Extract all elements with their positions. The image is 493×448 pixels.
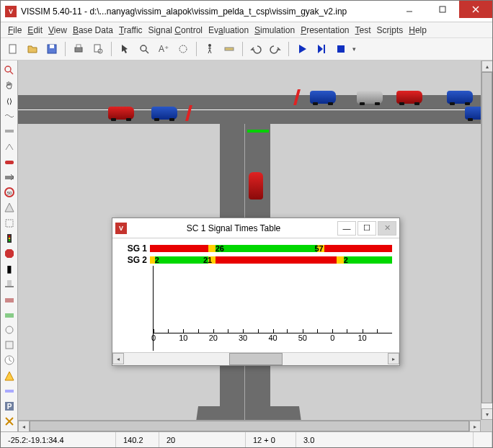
save-file-icon[interactable]	[44, 41, 60, 57]
tool-parking-icon[interactable]: P	[2, 399, 17, 413]
status-bar: -25.2:-19.1:34.4 140.2 20 12 + 0 3.0	[1, 431, 492, 447]
menu-edit[interactable]: Edit	[27, 25, 43, 35]
svg-rect-9	[94, 45, 100, 52]
tool-desired-speed-icon[interactable]	[2, 170, 17, 184]
toolbar-area: A⁺ ▾	[1, 38, 492, 61]
menu-simulation[interactable]: Simulation	[254, 25, 295, 35]
svg-marker-30	[5, 249, 14, 258]
sg1-mark-a: 26	[216, 244, 224, 253]
sg2-mark-b: 21	[203, 256, 212, 264]
svg-rect-15	[225, 48, 234, 50]
step-icon[interactable]	[314, 41, 329, 57]
tool-travel-time-icon[interactable]	[2, 369, 17, 382]
vehicle-red	[396, 91, 422, 104]
tool-link-icon[interactable]	[2, 109, 17, 123]
dialog-maximize-button[interactable]: ☐	[357, 221, 376, 236]
svg-text:P: P	[6, 403, 12, 411]
svg-rect-16	[324, 45, 325, 53]
undo-icon[interactable]	[248, 41, 264, 57]
svg-rect-8	[76, 45, 81, 48]
workspace: ⟨⟩ 50 ▮ P	[1, 61, 492, 431]
tool-pt-line-icon[interactable]	[2, 308, 17, 321]
close-button[interactable]	[459, 1, 492, 18]
zoom-fit-icon[interactable]	[175, 41, 191, 57]
main-window: V VISSIM 5.40-11 - d:\...nanyag\vissim_a…	[0, 0, 493, 448]
signal-times-dialog: V SC 1 Signal Times Table — ☐ ✕ SG 1	[112, 218, 400, 366]
tool-magnify-icon[interactable]	[2, 63, 17, 77]
ruler-icon[interactable]	[221, 41, 237, 57]
menu-evaluation[interactable]: Evaluation	[208, 25, 249, 35]
svg-line-12	[146, 50, 148, 53]
tool-pavement-icon[interactable]	[2, 384, 17, 398]
tool-stop-sign-icon[interactable]	[2, 246, 17, 260]
window-title: VISSIM 5.40-11 - d:\...nanyag\vissim_ala…	[21, 6, 393, 17]
tool-section-icon[interactable]: ⟨⟩	[2, 94, 17, 107]
signal-head-green	[247, 130, 269, 133]
tool-data-collect-icon[interactable]	[2, 339, 17, 352]
network-view[interactable]: ▴ ▾ ◂ ▸ V SC 1 Signal Times Table — ☐ ✕	[18, 61, 492, 431]
menu-scripts[interactable]: Scripts	[377, 25, 404, 35]
menu-help[interactable]: Help	[409, 25, 427, 35]
svg-rect-34	[5, 313, 14, 318]
tool-queue-icon[interactable]	[2, 354, 17, 367]
dialog-horizontal-scrollbar[interactable]: ◂ ▸	[112, 352, 399, 365]
tool-signal-head-icon[interactable]	[2, 231, 17, 245]
menu-base-data[interactable]: Base Data	[73, 25, 113, 35]
svg-rect-32	[7, 280, 12, 286]
print-preview-icon[interactable]	[90, 41, 106, 57]
pedestrian-icon[interactable]	[202, 41, 218, 57]
dialog-title-bar[interactable]: V SC 1 Signal Times Table — ☐ ✕	[112, 218, 399, 238]
tool-reduced-speed-icon[interactable]: 50	[2, 186, 17, 200]
tool-connector-icon[interactable]	[2, 125, 17, 138]
sg-bar-1: 26 57	[150, 245, 392, 252]
svg-rect-33	[5, 298, 14, 303]
new-file-icon[interactable]	[5, 41, 21, 57]
vertical-scrollbar[interactable]: ▴ ▾	[481, 61, 492, 420]
sg-label: SG 2	[120, 255, 150, 265]
svg-rect-1	[440, 6, 445, 12]
dialog-minimize-button[interactable]: —	[337, 221, 356, 236]
menu-file[interactable]: File	[8, 25, 22, 35]
dialog-body: SG 1 26 57 SG 2	[112, 238, 399, 352]
svg-rect-17	[337, 45, 345, 53]
dialog-title: SC 1 Signal Times Table	[131, 223, 336, 233]
vehicle-red	[108, 107, 134, 120]
menu-traffic[interactable]: Traffic	[119, 25, 143, 35]
zoom-icon[interactable]	[136, 41, 152, 57]
svg-point-35	[6, 326, 13, 333]
menu-signal-control[interactable]: Signal Control	[148, 25, 203, 35]
svg-rect-20	[5, 130, 14, 133]
minimize-button[interactable]	[393, 1, 426, 18]
redo-icon[interactable]	[267, 41, 283, 57]
open-file-icon[interactable]	[25, 41, 40, 57]
tool-route-icon[interactable]	[2, 140, 17, 153]
menu-presentation[interactable]: Presentation	[301, 25, 349, 35]
tool-detector-icon[interactable]	[2, 216, 17, 230]
svg-point-29	[8, 240, 10, 242]
dialog-close-button[interactable]: ✕	[378, 221, 396, 236]
tool-misc1-icon[interactable]	[2, 277, 17, 291]
print-icon[interactable]	[71, 41, 86, 57]
tool-node-icon[interactable]	[2, 323, 17, 336]
maximize-button[interactable]	[426, 1, 459, 18]
play-icon[interactable]	[294, 41, 310, 57]
tool-cross-icon[interactable]	[2, 415, 17, 429]
menu-test[interactable]: Test	[355, 25, 371, 35]
tool-vehicle-icon[interactable]	[2, 155, 17, 169]
stop-icon[interactable]	[333, 41, 349, 57]
zoom-reset-icon[interactable]: A⁺	[156, 41, 172, 57]
menu-view[interactable]: View	[48, 25, 67, 35]
tool-bus-icon[interactable]: ▮	[2, 262, 17, 276]
tool-conflict-icon[interactable]	[2, 201, 17, 215]
status-a: 140.2	[116, 432, 159, 447]
tool-pan-icon[interactable]	[2, 79, 17, 92]
horizontal-scrollbar[interactable]: ◂ ▸	[18, 420, 481, 431]
tool-pt-stop-icon[interactable]	[2, 292, 17, 306]
svg-rect-21	[5, 161, 14, 164]
sg-row-2: SG 2 2 21 2	[120, 254, 392, 266]
pointer-icon[interactable]	[117, 41, 133, 57]
svg-rect-7	[75, 48, 82, 52]
svg-point-18	[5, 66, 11, 72]
svg-point-13	[179, 45, 187, 53]
svg-point-14	[208, 44, 211, 47]
